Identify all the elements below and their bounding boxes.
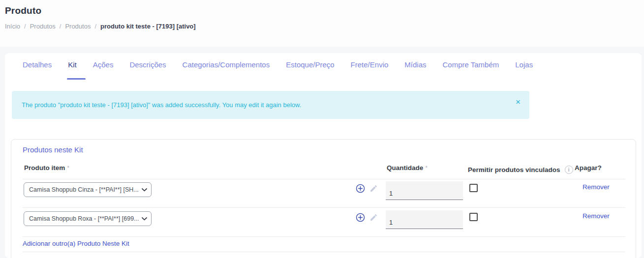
tab-compre-tambem[interactable]: Compre Também <box>443 60 499 70</box>
tab-bar: Detalhes Kit Ações Descrições Categorias… <box>23 60 533 70</box>
info-icon[interactable]: i <box>565 166 573 174</box>
column-header-apagar: Apagar? <box>575 164 602 172</box>
column-header-permitir-vinculados: Permitir produtos vinculadosi <box>468 166 573 174</box>
breadcrumb-produtos[interactable]: Produtos <box>30 23 56 30</box>
tab-acoes[interactable]: Ações <box>93 60 114 70</box>
success-alert-message: The produto "produto kit teste - [7193] … <box>22 101 301 109</box>
kit-product-row: Camisa Shoppub Roxa - [**PAI**] [699... … <box>11 208 636 236</box>
produto-item-selected-value: Camisa Shoppub Cinza - [**PAI**] [SH... <box>29 186 141 193</box>
produto-item-select[interactable]: Camisa Shoppub Roxa - [**PAI**] [699... <box>24 211 152 226</box>
content-area: Detalhes Kit Ações Descrições Categorias… <box>0 47 644 258</box>
column-label: Permitir produtos vinculados <box>468 166 560 173</box>
breadcrumb-separator: / <box>94 23 96 30</box>
tab-categorias-complementos[interactable]: Categorias/Complementos <box>183 60 270 70</box>
edit-pencil-icon[interactable] <box>369 213 378 222</box>
breadcrumb: Início / Produtos / Produtos / produto k… <box>5 23 196 30</box>
produto-item-select[interactable]: Camisa Shoppub Cinza - [**PAI**] [SH... <box>24 182 152 197</box>
column-header-quantidade: Quantidade* <box>387 164 428 172</box>
quantidade-input[interactable] <box>386 210 463 229</box>
chevron-down-icon <box>142 188 147 192</box>
column-label: Quantidade <box>387 164 423 172</box>
add-related-icon[interactable] <box>356 213 365 222</box>
edit-pencil-icon[interactable] <box>369 184 378 193</box>
page-header: Produto Início / Produtos / Produtos / p… <box>0 0 644 47</box>
tab-lojas[interactable]: Lojas <box>515 60 533 70</box>
kit-products-fieldset: Produtos neste Kit Produto item* Quantid… <box>11 139 636 258</box>
tab-frete-envio[interactable]: Frete/Envio <box>351 60 389 70</box>
remover-link[interactable]: Remover <box>583 183 610 191</box>
column-label: Produto item <box>24 164 65 172</box>
breadcrumb-separator: / <box>60 23 61 30</box>
remover-link[interactable]: Remover <box>583 212 610 220</box>
breadcrumb-separator: / <box>24 23 26 30</box>
column-label: Apagar? <box>575 164 602 172</box>
tab-descricoes[interactable]: Descrições <box>129 60 166 70</box>
quantidade-input[interactable] <box>386 181 463 200</box>
column-header-produto-item: Produto item* <box>24 164 69 172</box>
tab-midias[interactable]: Mídias <box>404 60 426 70</box>
breadcrumb-inicio[interactable]: Início <box>5 23 20 30</box>
row-divider <box>23 252 625 252</box>
page-title: Produto <box>5 5 41 16</box>
add-another-kit-product-link[interactable]: Adicionar outro(a) Produto Neste Kit <box>23 240 129 247</box>
permitir-checkbox[interactable] <box>469 213 478 221</box>
permitir-checkbox[interactable] <box>469 184 478 192</box>
close-icon[interactable]: × <box>516 98 521 106</box>
required-marker: * <box>67 165 69 172</box>
tab-detalhes[interactable]: Detalhes <box>23 60 52 70</box>
product-edit-card: Detalhes Kit Ações Descrições Categorias… <box>5 53 642 258</box>
produto-item-selected-value: Camisa Shoppub Roxa - [**PAI**] [699... <box>29 215 141 222</box>
add-related-icon[interactable] <box>356 184 365 193</box>
success-alert: The produto "produto kit teste - [7193] … <box>12 91 529 119</box>
kit-section-title: Produtos neste Kit <box>23 145 83 154</box>
breadcrumb-current: produto kit teste - [7193] [ativo] <box>100 23 196 30</box>
row-divider <box>23 236 625 237</box>
chevron-down-icon <box>142 217 147 221</box>
breadcrumb-produtos-list[interactable]: Produtos <box>65 23 91 30</box>
tab-estoque-preco[interactable]: Estoque/Preço <box>286 60 334 70</box>
required-marker: * <box>425 165 428 172</box>
kit-product-row: Camisa Shoppub Cinza - [**PAI**] [SH... … <box>11 179 636 207</box>
tab-kit[interactable]: Kit <box>68 60 77 70</box>
